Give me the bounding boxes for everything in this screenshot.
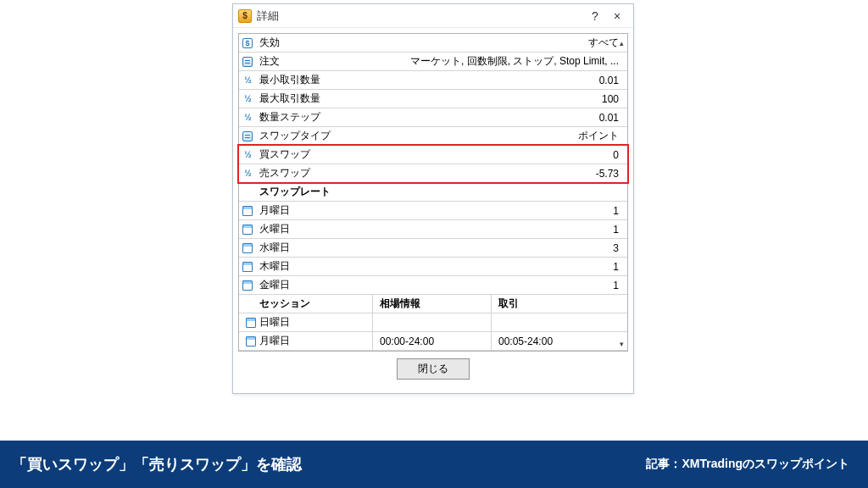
scroll-down-icon[interactable]: ▾: [616, 338, 626, 350]
dialog-footer: 閉じる: [238, 352, 628, 388]
property-row[interactable]: ½最大取引数量100: [239, 90, 627, 108]
day-label: 金曜日: [256, 276, 568, 294]
section-header-label: スワップレート: [256, 183, 627, 201]
session-header: セッション相場情報取引: [239, 295, 627, 313]
property-row[interactable]: ½数量ステップ0.01: [239, 108, 627, 127]
session-day: 月曜日: [259, 334, 290, 348]
document-icon: [239, 53, 256, 70]
session-quote: [373, 313, 492, 331]
fraction-icon: ½: [239, 90, 256, 108]
scroll-up-icon[interactable]: ▴: [616, 35, 626, 51]
property-value: ポイント: [568, 127, 627, 145]
calendar-icon: [239, 276, 256, 294]
property-value: 0.01: [568, 108, 627, 126]
swap-rate-row[interactable]: 月曜日1: [239, 202, 627, 220]
swap-rate-row[interactable]: 金曜日1: [239, 276, 627, 295]
session-col2-label: 相場情報: [373, 295, 492, 313]
day-label: 月曜日: [256, 202, 568, 219]
fraction-icon: ½: [239, 164, 256, 182]
session-day: 日曜日: [259, 315, 290, 330]
property-row[interactable]: $失効すべて: [239, 34, 627, 53]
property-label: 失効: [256, 34, 568, 52]
swap-rate-row[interactable]: 火曜日1: [239, 220, 627, 239]
day-label: 火曜日: [256, 220, 568, 238]
session-row[interactable]: 月曜日00:00-24:0000:05-24:00: [239, 332, 627, 351]
close-button[interactable]: 閉じる: [397, 358, 470, 380]
banner-right-text: 記事：XMTradingのスワップポイント: [646, 457, 849, 472]
window-title: 詳細: [257, 8, 584, 24]
property-label: 最小取引数量: [256, 71, 568, 89]
property-value: 0: [568, 146, 627, 164]
session-trade: 00:05-24:00: [492, 332, 627, 350]
property-row[interactable]: ½買スワップ0: [239, 146, 627, 164]
property-value: -5.73: [568, 164, 627, 182]
day-value: 3: [568, 239, 627, 257]
dialog-body: ▴ $失効すべて注文マーケット, 回数制限, ストップ, Stop Limit,…: [233, 28, 633, 393]
banner-left-text: 「買いスワップ」「売りスワップ」を確認: [12, 454, 302, 474]
details-dialog: $ 詳細 ? × ▴ $失効すべて注文マーケット, 回数制限, ストップ, St…: [232, 3, 634, 394]
calendar-icon: [239, 220, 256, 238]
session-quote: 00:00-24:00: [373, 332, 492, 350]
help-button[interactable]: ?: [584, 7, 606, 25]
annotation-banner: 「買いスワップ」「売りスワップ」を確認 記事：XMTradingのスワップポイン…: [0, 441, 868, 488]
swap-rate-header: スワップレート: [239, 183, 627, 202]
property-label: 最大取引数量: [256, 90, 568, 108]
fraction-icon: ½: [239, 108, 256, 126]
close-window-button[interactable]: ×: [606, 7, 628, 25]
property-row[interactable]: ½最小取引数量0.01: [239, 71, 627, 90]
property-value: 0.01: [568, 71, 627, 89]
swap-rate-row[interactable]: 水曜日3: [239, 239, 627, 258]
property-row[interactable]: ½売スワップ-5.73: [239, 164, 627, 183]
calendar-icon: [239, 258, 256, 275]
property-label: 買スワップ: [256, 146, 568, 164]
day-value: 1: [568, 258, 627, 275]
property-row[interactable]: スワップタイプポイント: [239, 127, 627, 146]
currency-icon: $: [239, 34, 256, 52]
day-label: 水曜日: [256, 239, 568, 257]
swap-rate-row[interactable]: 木曜日1: [239, 258, 627, 276]
property-label: 注文: [256, 53, 407, 70]
day-value: 1: [568, 220, 627, 238]
properties-table: ▴ $失効すべて注文マーケット, 回数制限, ストップ, Stop Limit,…: [238, 33, 628, 352]
fraction-icon: ½: [239, 146, 256, 164]
property-label: 売スワップ: [256, 164, 568, 182]
fraction-icon: ½: [239, 71, 256, 89]
session-col1-label: セッション: [259, 297, 310, 311]
property-value: マーケット, 回数制限, ストップ, Stop Limit, ...: [407, 53, 627, 70]
calendar-icon: [239, 239, 256, 257]
session-row[interactable]: 日曜日: [239, 313, 627, 332]
property-label: 数量ステップ: [256, 108, 568, 126]
day-value: 1: [568, 276, 627, 294]
calendar-icon: [242, 316, 259, 330]
day-label: 木曜日: [256, 258, 568, 275]
calendar-icon: [242, 335, 259, 348]
document-icon: [239, 127, 256, 145]
app-icon: $: [238, 9, 252, 23]
titlebar: $ 詳細 ? ×: [233, 4, 633, 28]
property-value: 100: [568, 90, 627, 108]
property-label: スワップタイプ: [256, 127, 568, 145]
session-col3-label: 取引: [492, 295, 627, 313]
session-trade: [492, 313, 627, 331]
calendar-icon: [239, 202, 256, 219]
property-row[interactable]: 注文マーケット, 回数制限, ストップ, Stop Limit, ...: [239, 53, 627, 71]
day-value: 1: [568, 202, 627, 219]
